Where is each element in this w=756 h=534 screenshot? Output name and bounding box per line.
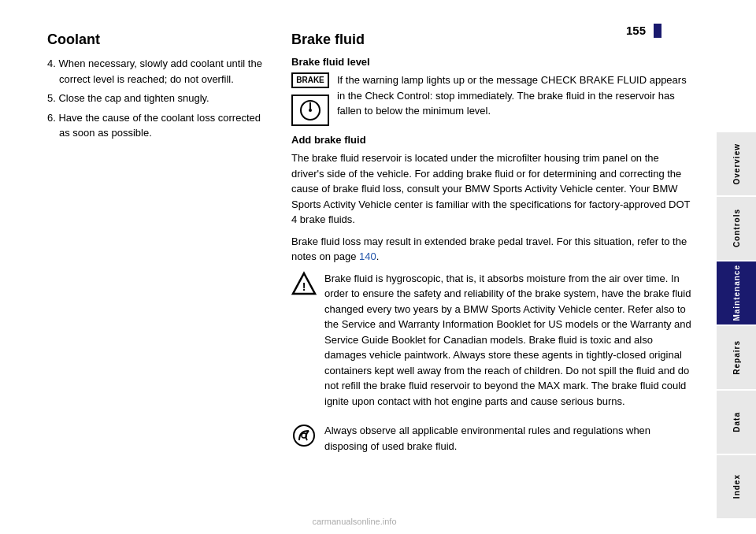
sidebar-tab-maintenance[interactable]: Maintenance: [717, 261, 756, 324]
sidebar-tab-data[interactable]: Data: [717, 391, 756, 454]
svg-point-2: [309, 109, 312, 112]
env-block: Always observe all applicable environmen…: [291, 423, 693, 460]
page-number: 155: [626, 24, 646, 37]
warning-block: ! Brake fluid is hygroscopic, that is, i…: [291, 271, 693, 416]
watermark: carmanualsonline.info: [312, 517, 396, 526]
sidebar-spacer: [709, 0, 756, 132]
add-brake-fluid-para2: Brake fluid loss may result in extended …: [291, 234, 693, 265]
page-number-bar: [654, 24, 662, 38]
warning-text: Brake fluid is hygroscopic, that is, it …: [324, 271, 693, 410]
gauge-svg: [298, 98, 322, 122]
brake-fluid-level-block: BRAKE If the warning lamp lights up or t…: [291, 72, 693, 126]
sidebar: Overview Controls Maintenance Repairs Da…: [709, 0, 756, 534]
env-icon: [291, 423, 317, 448]
add-brake-fluid-para1: The brake fluid reservoir is located und…: [291, 150, 693, 228]
brake-fluid-level-subtitle: Brake fluid level: [291, 56, 693, 68]
para2-end: .: [376, 250, 380, 262]
gauge-icon: [291, 95, 329, 126]
list-item: 6. Have the cause of the coolant loss co…: [47, 110, 268, 141]
svg-text:!: !: [302, 280, 306, 293]
list-item: 5. Close the cap and tighten snugly.: [47, 91, 268, 106]
brake-text-icon: BRAKE: [291, 72, 329, 88]
page-container: 155 Coolant 4. When necessary, slowly ad…: [0, 0, 756, 534]
coolant-items: 4. When necessary, slowly add coolant un…: [47, 56, 268, 141]
two-column-layout: Coolant 4. When necessary, slowly add co…: [47, 32, 693, 468]
sidebar-tab-overview[interactable]: Overview: [717, 132, 756, 195]
sidebar-tab-controls-label: Controls: [732, 209, 741, 247]
brake-icon-column: BRAKE: [291, 72, 329, 126]
svg-point-5: [294, 425, 314, 446]
coolant-title: Coolant: [47, 32, 268, 48]
page-link[interactable]: 140: [359, 250, 376, 262]
warning-triangle-icon: !: [291, 271, 317, 296]
sidebar-tab-index[interactable]: Index: [717, 455, 756, 518]
main-content: 155 Coolant 4. When necessary, slowly ad…: [0, 0, 709, 534]
sidebar-tab-index-label: Index: [732, 474, 741, 499]
list-item: 4. When necessary, slowly add coolant un…: [47, 56, 268, 87]
sidebar-tab-overview-label: Overview: [732, 143, 741, 184]
sidebar-tabs: Overview Controls Maintenance Repairs Da…: [709, 132, 756, 534]
coolant-section: Coolant 4. When necessary, slowly add co…: [47, 32, 268, 468]
para2-text: Brake fluid loss may result in extended …: [291, 235, 687, 263]
sidebar-tab-maintenance-label: Maintenance: [732, 265, 741, 321]
sidebar-tab-controls[interactable]: Controls: [717, 197, 756, 260]
add-brake-fluid-subtitle: Add brake fluid: [291, 134, 693, 146]
brake-fluid-description: If the warning lamp lights up or the mes…: [337, 72, 693, 119]
sidebar-tab-repairs-label: Repairs: [732, 340, 741, 375]
sidebar-tab-repairs[interactable]: Repairs: [717, 326, 756, 389]
brake-fluid-section: Brake fluid Brake fluid level BRAKE: [291, 32, 693, 468]
sidebar-tab-data-label: Data: [732, 412, 741, 432]
env-text: Always observe all applicable environmen…: [324, 423, 693, 454]
